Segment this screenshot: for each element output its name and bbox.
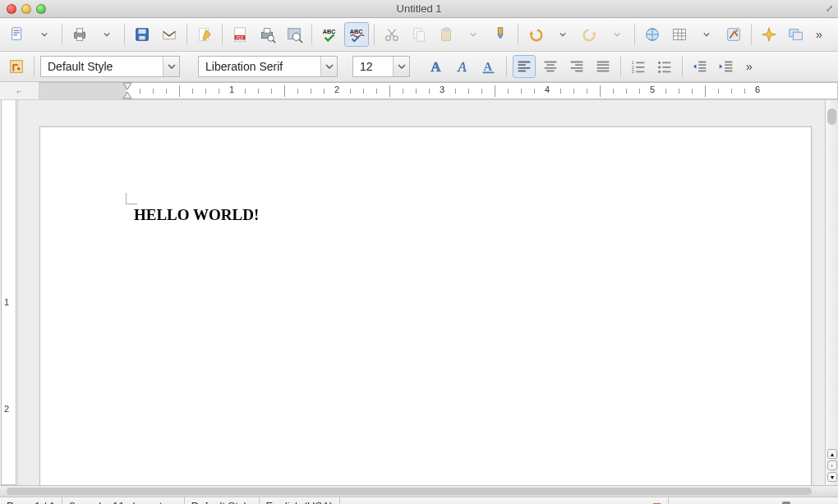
close-window-button[interactable] — [7, 4, 16, 14]
vertical-scroll-thumb[interactable] — [827, 108, 836, 125]
print-dropdown[interactable] — [94, 22, 119, 47]
paste-dropdown[interactable] — [461, 22, 486, 47]
email-button[interactable] — [157, 22, 182, 47]
gallery-button[interactable] — [784, 22, 808, 47]
underline-button[interactable]: A — [477, 55, 500, 78]
print-button[interactable] — [67, 22, 92, 47]
svg-rect-26 — [444, 28, 449, 31]
vruler-num: 2 — [4, 404, 9, 414]
new-document-dropdown[interactable] — [32, 22, 57, 47]
svg-rect-9 — [139, 36, 145, 40]
window-controls — [0, 4, 46, 14]
toolbar-overflow-button[interactable]: » — [811, 28, 827, 41]
status-wordcount[interactable]: 2 words, 11 characters — [62, 497, 185, 504]
cut-button[interactable] — [380, 22, 404, 47]
copy-button[interactable] — [407, 22, 431, 47]
bold-button[interactable]: A — [425, 55, 448, 78]
spellcheck-button[interactable]: ABC — [317, 22, 342, 47]
zoom-knob[interactable] — [782, 502, 790, 505]
bullet-list-button[interactable] — [653, 55, 676, 78]
print-preview-button[interactable] — [255, 22, 279, 47]
font-name-drop-icon[interactable] — [320, 57, 337, 76]
status-paragraph-style[interactable]: Default Style — [185, 497, 260, 504]
undo-dropdown[interactable] — [550, 22, 575, 47]
new-document-button[interactable] — [5, 22, 30, 47]
hruler-num: 6 — [755, 85, 760, 94]
insert-mode-icon[interactable]: ▭ — [638, 501, 647, 505]
paragraph-style-combo[interactable]: Default Style — [40, 56, 180, 77]
font-size-combo[interactable]: 12 — [352, 56, 410, 77]
hyperlink-button[interactable] — [640, 22, 665, 47]
hruler-num: 2 — [334, 85, 339, 94]
zoom-slider[interactable]: − — [725, 497, 838, 504]
hruler-num: 3 — [440, 85, 444, 94]
show-draw-functions-button[interactable] — [721, 22, 746, 47]
paragraph-style-drop-icon[interactable] — [163, 57, 179, 76]
svg-text:A: A — [458, 59, 467, 75]
svg-point-16 — [268, 35, 274, 41]
numbered-list-button[interactable]: 123 — [627, 55, 650, 78]
formatting-overflow-button[interactable]: » — [741, 60, 757, 73]
navigation-button[interactable]: ◦ — [827, 460, 837, 470]
zoom-out-icon[interactable]: − — [731, 500, 738, 504]
svg-point-44 — [658, 66, 661, 68]
hruler-num: 5 — [650, 85, 655, 94]
align-right-button[interactable] — [565, 55, 588, 78]
selection-mode-icon[interactable]: ▣ — [652, 501, 661, 505]
status-page[interactable]: Page 1 / 1 — [0, 497, 62, 504]
styles-dropdown-button[interactable] — [5, 55, 28, 78]
svg-point-45 — [658, 71, 661, 73]
next-page-button[interactable]: ▾ — [827, 472, 837, 482]
prev-page-button[interactable]: ▴ — [827, 449, 837, 459]
align-center-button[interactable] — [539, 55, 562, 78]
font-name-combo[interactable]: Liberation Serif — [198, 56, 338, 77]
work-area: 1 2 HELLO WORLD! ▴ ◦ ▾ — [0, 100, 838, 485]
zoom-window-button[interactable] — [36, 4, 46, 14]
minimize-window-button[interactable] — [21, 4, 31, 14]
redo-dropdown[interactable] — [605, 22, 629, 47]
view-book-icon[interactable]: ▭▯ — [702, 502, 718, 505]
view-multi-page-icon[interactable]: ▯▯ — [686, 502, 698, 505]
edit-document-button[interactable] — [192, 22, 217, 47]
align-justify-button[interactable] — [592, 55, 615, 78]
navigator-button[interactable] — [757, 22, 781, 47]
decrease-indent-button[interactable] — [688, 55, 711, 78]
undo-button[interactable] — [523, 22, 548, 47]
auto-spellcheck-button[interactable]: ABC — [344, 22, 369, 47]
horizontal-scroll-thumb[interactable] — [7, 488, 812, 495]
vertical-ruler[interactable]: 1 2 — [0, 100, 18, 485]
document-body-text[interactable]: HELLO WORLD! — [40, 127, 811, 224]
font-size-drop-icon[interactable] — [393, 57, 409, 76]
svg-rect-8 — [138, 30, 145, 34]
horizontal-ruler[interactable]: ⌐ 123456 — [0, 82, 838, 100]
formatting-toolbar: Default Style Liberation Serif 12 A A A … — [0, 52, 838, 82]
italic-button[interactable]: A — [451, 55, 474, 78]
svg-rect-5 — [76, 29, 82, 34]
svg-rect-33 — [793, 32, 802, 39]
save-button[interactable] — [130, 22, 154, 47]
svg-point-18 — [292, 33, 300, 40]
vruler-num: 1 — [4, 297, 9, 307]
ruler-corner: ⌐ — [0, 82, 39, 99]
document-page[interactable]: HELLO WORLD! — [39, 126, 812, 485]
svg-rect-15 — [264, 29, 269, 34]
align-left-button[interactable] — [513, 55, 536, 78]
insert-table-button[interactable] — [667, 22, 692, 47]
paragraph-style-value: Default Style — [48, 60, 113, 73]
view-single-page-icon[interactable]: ▯ — [675, 502, 681, 505]
status-language[interactable]: English (USA) — [260, 497, 341, 504]
fullscreen-icon[interactable]: ⤢ — [826, 3, 833, 14]
svg-point-35 — [17, 67, 21, 71]
svg-rect-3 — [13, 34, 17, 35]
paste-button[interactable] — [434, 22, 458, 47]
vertical-scrollbar[interactable]: ▴ ◦ ▾ — [825, 100, 838, 485]
insert-table-dropdown[interactable] — [694, 22, 719, 47]
redo-button[interactable] — [578, 22, 602, 47]
export-pdf-button[interactable]: PDF — [228, 22, 252, 47]
page-preview-button[interactable] — [282, 22, 306, 47]
svg-rect-6 — [76, 37, 82, 41]
hruler-num: 1 — [229, 85, 234, 94]
horizontal-scrollbar[interactable] — [0, 485, 838, 497]
format-paintbrush-button[interactable] — [488, 22, 513, 47]
increase-indent-button[interactable] — [715, 55, 738, 78]
